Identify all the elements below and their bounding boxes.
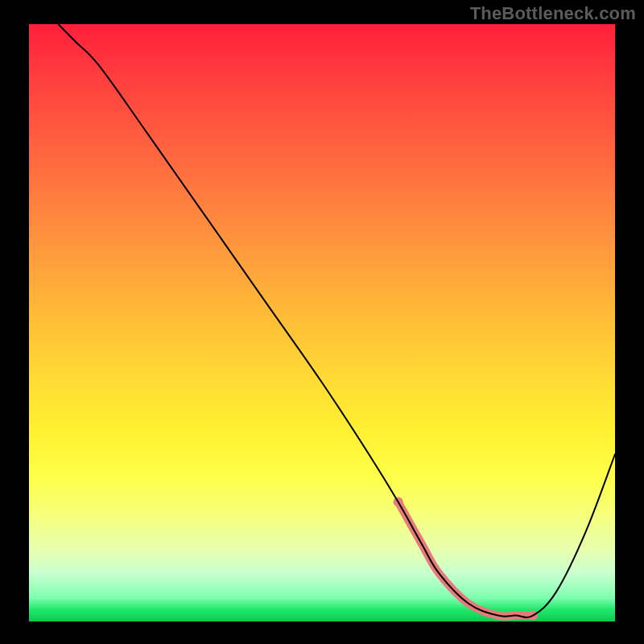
- highlight-segment: [398, 502, 533, 617]
- watermark-text: TheBottleneck.com: [470, 3, 636, 24]
- main-curve: [58, 24, 615, 617]
- curve-svg: [29, 24, 615, 621]
- chart-frame: TheBottleneck.com: [0, 0, 644, 644]
- plot-area: [29, 24, 615, 621]
